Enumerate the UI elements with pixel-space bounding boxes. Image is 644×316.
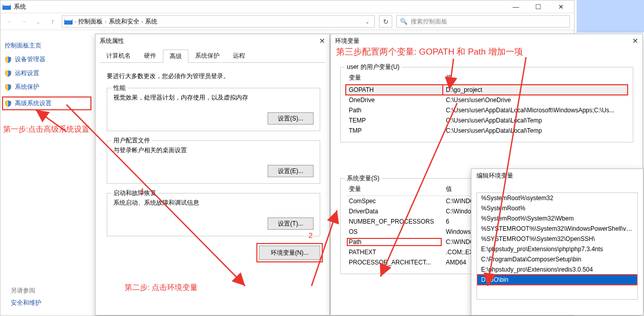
- see-also-label: 另请参阅: [11, 286, 35, 295]
- cell-var: OS: [346, 227, 443, 237]
- addr-dropdown-icon[interactable]: ⌄: [362, 19, 372, 25]
- title-bar: 系统 ― ☐ ✕: [1, 1, 574, 13]
- search-input[interactable]: 🔍 搜索控制面板: [396, 15, 570, 28]
- table-row[interactable]: OneDriveC:\Users\user\OneDrive: [346, 95, 628, 105]
- close-icon[interactable]: ✕: [632, 37, 638, 45]
- group-label: 系统变量(S): [345, 174, 381, 183]
- shield-icon: [5, 56, 12, 63]
- group-profiles: 用户配置文件 与登录帐户相关的桌面设置 设置(E)...: [107, 140, 320, 184]
- back-button[interactable]: ←: [5, 16, 15, 27]
- table-row[interactable]: GOPATH D:\go_project: [346, 85, 628, 95]
- group-desc: 视觉效果，处理器计划，内存使用，以及虚拟内存: [113, 93, 314, 102]
- chevron-right-icon: ›: [105, 19, 106, 25]
- settings-perf-button[interactable]: 设置(S)...: [268, 112, 314, 125]
- tab-hardware[interactable]: 硬件: [137, 49, 163, 62]
- group-label: user 的用户变量(U): [345, 63, 401, 71]
- minimize-button[interactable]: ―: [505, 0, 527, 14]
- shield-icon: [5, 84, 12, 91]
- tab-computer-name[interactable]: 计算机名: [100, 49, 137, 62]
- history-dropdown[interactable]: ⌄: [33, 16, 43, 27]
- table-row[interactable]: PathC:\Users\user\AppData\Local\Microsof…: [346, 105, 628, 115]
- chevron-right-icon: ›: [141, 19, 143, 25]
- sidebar-item-device-manager[interactable]: 设备管理器: [5, 55, 91, 64]
- cell-var: DriverData: [346, 206, 443, 216]
- dialog-title: 环境变量: [335, 37, 360, 45]
- group-desc: 与登录帐户相关的桌面设置: [113, 146, 314, 155]
- refresh-button[interactable]: ↻: [379, 15, 392, 28]
- list-item[interactable]: E:\phpstudy_pro\Extensions\php\php7.3.4n…: [477, 244, 637, 254]
- tab-advanced[interactable]: 高级: [163, 50, 188, 63]
- env-var-button[interactable]: 环境变量(N)...: [259, 246, 320, 260]
- up-button[interactable]: ↑: [47, 16, 58, 27]
- sidebar: 控制面板主页 设备管理器 远程设置 系统保护 高级系统设置: [5, 41, 91, 115]
- shield-icon: [5, 70, 12, 77]
- group-label: 用户配置文件: [111, 136, 152, 145]
- list-item[interactable]: %SYSTEMROOT%\System32\WindowsPowerShell\…: [477, 224, 637, 234]
- system-icon: [3, 4, 11, 10]
- sidebar-item-label: 系统保护: [15, 83, 39, 91]
- list-item[interactable]: %SYSTEMROOT%\System32\OpenSSH\: [477, 234, 637, 244]
- user-vars-table[interactable]: 变量 值 GOPATH D:\go_project OneDriveC:\Use…: [346, 71, 628, 136]
- cell-val: C:\Users\user\AppData\Local\Temp: [443, 126, 628, 136]
- addr-system-icon: [64, 18, 73, 25]
- close-button[interactable]: ✕: [550, 0, 572, 14]
- list-item[interactable]: C:\ProgramData\ComposerSetup\bin: [477, 254, 637, 264]
- group-label: 性能: [111, 84, 128, 92]
- system-properties-dialog: 系统属性 ✕ 计算机名 硬件 高级 系统保护 远程 要进行大多数更改，您必须作为…: [95, 34, 330, 315]
- admin-hint: 要进行大多数更改，您必须作为管理员登录。: [107, 72, 320, 81]
- cell-var: GOPATH: [349, 86, 374, 93]
- path-entries-list[interactable]: %SystemRoot%\system32 %SystemRoot% %Syst…: [476, 192, 638, 300]
- cell-var: OneDrive: [346, 95, 443, 105]
- sidebar-item-label: 设备管理器: [15, 55, 45, 64]
- cell-var: Path: [346, 105, 443, 115]
- maximize-button[interactable]: ☐: [527, 0, 550, 14]
- sidebar-item-label: 高级系统设置: [15, 99, 52, 108]
- close-icon[interactable]: ✕: [319, 37, 325, 45]
- cell-val: C:\Users\user\AppData\Local\Microsoft\Wi…: [443, 105, 628, 115]
- search-placeholder: 搜索控制面板: [411, 17, 447, 26]
- group-label: 启动和故障恢复: [111, 189, 158, 198]
- chevron-right-icon: ›: [75, 19, 76, 25]
- address-bar[interactable]: › 控制面板 › 系统和安全 › 系统 ⌄: [62, 15, 375, 28]
- dialog-title-bar: 系统属性 ✕: [96, 34, 329, 47]
- forward-button[interactable]: →: [19, 16, 29, 27]
- cell-var: ComSpec: [346, 196, 443, 207]
- group-startup: 启动和故障恢复 系统启动、系统故障和调试信息 设置(T)...: [107, 193, 320, 236]
- list-item-selected[interactable]: D:\GO\bin: [477, 275, 637, 285]
- dialog-title: 编辑环境变量: [476, 172, 513, 180]
- table-row[interactable]: TEMPC:\Users\user\AppData\Local\Temp: [346, 115, 628, 126]
- sidebar-item-protection[interactable]: 系统保护: [5, 83, 91, 91]
- cell-var: TEMP: [346, 115, 443, 126]
- cell-val: D:\go_project: [446, 86, 482, 93]
- edit-env-var-dialog: 编辑环境变量 %SystemRoot%\system32 %SystemRoot…: [471, 168, 643, 315]
- sidebar-item-remote[interactable]: 远程设置: [5, 69, 91, 78]
- window-title: 系统: [14, 3, 505, 11]
- sidebar-title[interactable]: 控制面板主页: [5, 41, 91, 50]
- breadcrumb[interactable]: 系统: [145, 17, 157, 26]
- list-item[interactable]: %SystemRoot%\System32\Wbem: [477, 213, 637, 224]
- list-item[interactable]: E:\phpstudy_pro\Extensions\redis3.0.504: [477, 264, 637, 275]
- list-item[interactable]: %SystemRoot%: [477, 203, 637, 213]
- cell-var: TMP: [346, 126, 443, 136]
- sidebar-item-label: 远程设置: [15, 69, 39, 78]
- dialog-title-bar: 编辑环境变量: [471, 169, 643, 182]
- tab-protection[interactable]: 系统保护: [188, 49, 226, 62]
- col-var[interactable]: 变量: [346, 183, 443, 196]
- sidebar-item-advanced[interactable]: 高级系统设置: [2, 96, 91, 110]
- settings-prof-button[interactable]: 设置(E)...: [268, 165, 314, 177]
- col-val[interactable]: 值: [443, 71, 628, 85]
- shield-icon: [5, 100, 12, 107]
- col-var[interactable]: 变量: [346, 71, 443, 85]
- list-item[interactable]: %SystemRoot%\system32: [477, 193, 637, 203]
- settings-start-button[interactable]: 设置(T)...: [268, 217, 314, 230]
- dialog-title: 系统属性: [100, 37, 124, 45]
- see-also-link[interactable]: 安全和维护: [11, 299, 41, 307]
- group-desc: 系统启动、系统故障和调试信息: [113, 199, 314, 207]
- cell-var: PATHEXT: [346, 247, 443, 257]
- breadcrumb[interactable]: 控制面板: [78, 17, 103, 26]
- search-icon: 🔍: [400, 18, 408, 25]
- user-vars-group: user 的用户变量(U) 变量 值 GOPATH D:\go_project …: [340, 67, 633, 142]
- breadcrumb[interactable]: 系统和安全: [109, 17, 139, 26]
- tab-remote[interactable]: 远程: [226, 49, 252, 62]
- table-row[interactable]: TMPC:\Users\user\AppData\Local\Temp: [346, 126, 628, 136]
